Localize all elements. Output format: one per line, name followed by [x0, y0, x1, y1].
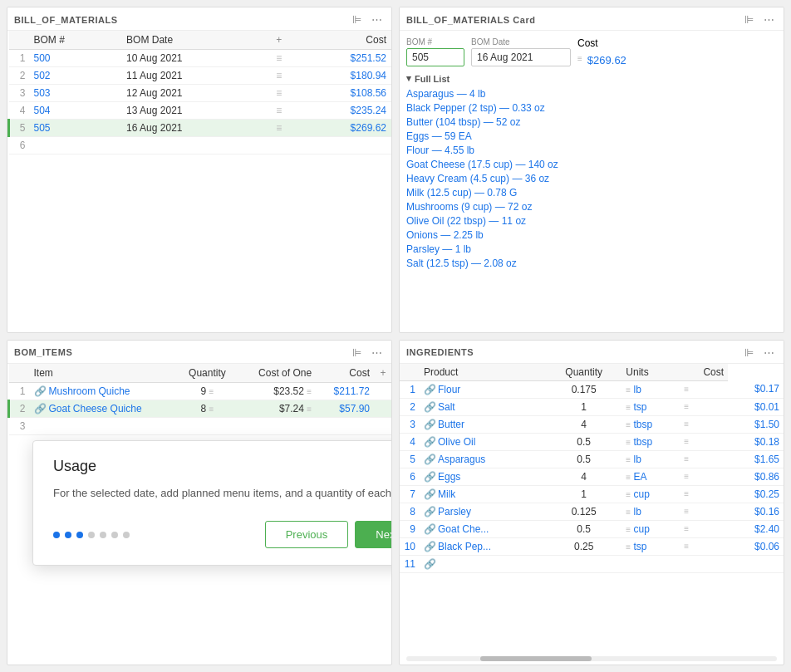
table-row[interactable]: 10 🔗Black Pep... 0.25 ≡ tsp ≡ $0.06: [400, 537, 784, 555]
table-row[interactable]: 6: [9, 137, 392, 155]
list-item[interactable]: Flour — 4.55 lb: [406, 144, 777, 157]
bom-row-menu[interactable]: ≡: [271, 102, 287, 120]
bom-num-cell[interactable]: [29, 137, 122, 155]
bi-col-plus[interactable]: +: [375, 364, 391, 383]
bom-table-container: BOM # BOM Date + Cost 1 500 10 Aug 2021 …: [7, 31, 391, 332]
list-item[interactable]: Mushrooms (9 cup) — 72 oz: [406, 200, 777, 213]
list-item[interactable]: Salt (12.5 tsp) — 2.08 oz: [406, 257, 777, 270]
bom-num-cell[interactable]: 505: [29, 120, 122, 137]
modal-dot-2[interactable]: [65, 532, 71, 538]
bom-num-cell[interactable]: 504: [29, 102, 122, 120]
table-row[interactable]: 5 🔗Asparagus 0.5 ≡ lb ≡ $1.65: [400, 450, 784, 468]
full-list-expand-icon[interactable]: ▾: [406, 73, 411, 84]
bom-num-cell[interactable]: 500: [29, 50, 122, 67]
bom-header-actions: ⊫ ⋯: [350, 12, 385, 27]
table-row[interactable]: 1 🔗Mushroom Quiche 9 ≡ $23.52 ≡ $211.72: [9, 382, 392, 400]
ing-menu[interactable]: ≡: [680, 537, 728, 555]
ingredients-scrollbar[interactable]: [406, 656, 777, 661]
bom-row-menu[interactable]: ≡: [271, 50, 287, 67]
ing-menu[interactable]: ≡: [680, 468, 728, 485]
units-cell: ≡ EA: [622, 468, 680, 485]
ing-menu[interactable]: ≡: [680, 503, 728, 520]
table-row[interactable]: 2 502 11 Aug 2021 ≡ $180.94: [9, 67, 392, 85]
ingredients-panel: INGREDIENTS ⊫ ⋯ Product Quantity Units C…: [399, 340, 784, 666]
ing-menu[interactable]: ≡: [680, 415, 728, 433]
bom-num-cell[interactable]: 502: [29, 67, 122, 85]
bi-row-menu[interactable]: [375, 400, 391, 417]
list-item[interactable]: Olive Oil (22 tbsp) — 11 oz: [406, 214, 777, 228]
ing-menu[interactable]: ≡: [680, 520, 728, 537]
list-item[interactable]: Onions — 2.25 lb: [406, 228, 777, 242]
table-row[interactable]: 6 🔗Eggs 4 ≡ EA ≡ $0.86: [400, 468, 784, 485]
bom-cost-label: Cost: [577, 37, 626, 49]
modal-dot-4[interactable]: [88, 532, 95, 538]
units-cell: ≡ lb: [622, 380, 680, 398]
cost-cell: $0.18: [728, 433, 784, 450]
bom-col-plus[interactable]: +: [271, 31, 287, 50]
bom-num-input[interactable]: [406, 48, 464, 66]
table-row[interactable]: 7 🔗Milk 1 ≡ cup ≡ $0.25: [400, 485, 784, 503]
modal-dot-5[interactable]: [100, 532, 106, 538]
next-button[interactable]: Next: [355, 521, 392, 548]
bom-items-filter-btn[interactable]: ⊫: [350, 346, 364, 360]
ing-menu[interactable]: ≡: [680, 380, 728, 398]
bi-row-menu[interactable]: [375, 417, 391, 434]
table-row[interactable]: 9 🔗Goat Che... 0.5 ≡ cup ≡ $2.40: [400, 520, 784, 537]
units-cell: [622, 555, 680, 572]
modal-dot-3[interactable]: [76, 532, 83, 538]
modal-dot-1[interactable]: [53, 532, 60, 538]
list-item[interactable]: Parsley — 1 lb: [406, 243, 777, 256]
table-row[interactable]: 3 503 12 Aug 2021 ≡ $108.56: [9, 85, 392, 102]
ing-menu[interactable]: [680, 555, 728, 572]
qty-cell: 4: [546, 415, 622, 433]
row-num: 11: [400, 555, 420, 572]
table-row[interactable]: 8 🔗Parsley 0.125 ≡ lb ≡ $0.16: [400, 503, 784, 520]
ing-menu[interactable]: ≡: [680, 450, 728, 468]
table-row[interactable]: 1 500 10 Aug 2021 ≡ $251.52: [9, 50, 392, 67]
bom-num-field: BOM #: [406, 37, 464, 66]
list-item[interactable]: Asparagus — 4 lb: [406, 87, 777, 101]
ingredients-filter-btn[interactable]: ⊫: [742, 346, 756, 360]
table-row[interactable]: 11 🔗: [400, 555, 784, 572]
previous-button[interactable]: Previous: [265, 521, 349, 548]
table-row[interactable]: 3: [9, 417, 392, 434]
bom-row-menu[interactable]: ≡: [271, 85, 287, 102]
table-row[interactable]: 1 🔗Flour 0.175 ≡ lb ≡ $0.17: [400, 380, 784, 398]
list-item[interactable]: Butter (104 tbsp) — 52 oz: [406, 115, 777, 129]
list-item[interactable]: Black Pepper (2 tsp) — 0.33 oz: [406, 101, 777, 115]
table-row[interactable]: 3 🔗Butter 4 ≡ tbsp ≡ $1.50: [400, 415, 784, 433]
ing-menu[interactable]: ≡: [680, 398, 728, 415]
bom-items-more-btn[interactable]: ⋯: [369, 346, 385, 360]
bom-row-menu[interactable]: [271, 137, 287, 155]
bom-card-header-actions: ⊫ ⋯: [742, 12, 777, 27]
bom-card-more-btn[interactable]: ⋯: [761, 12, 777, 27]
list-item[interactable]: Milk (12.5 cup) — 0.78 G: [406, 186, 777, 199]
modal-dot-6[interactable]: [111, 532, 118, 538]
cost-cell: $0.86: [728, 468, 784, 485]
ing-menu[interactable]: ≡: [680, 485, 728, 503]
ing-menu[interactable]: ≡: [680, 433, 728, 450]
bom-more-btn[interactable]: ⋯: [369, 12, 385, 27]
list-item[interactable]: Goat Cheese (17.5 cup) — 140 oz: [406, 158, 777, 171]
ingredients-more-btn[interactable]: ⋯: [761, 346, 777, 360]
bom-cost-cell: $235.24: [287, 102, 391, 120]
list-item[interactable]: Eggs — 59 EA: [406, 130, 777, 143]
table-row[interactable]: 4 504 13 Aug 2021 ≡ $235.24: [9, 102, 392, 120]
bom-num-cell[interactable]: 503: [29, 85, 122, 102]
cost-cell: $0.06: [728, 537, 784, 555]
table-row[interactable]: 5 505 16 Aug 2021 ≡ $269.62: [9, 120, 392, 137]
product-cell: 🔗Black Pep...: [420, 537, 546, 555]
bom-filter-btn[interactable]: ⊫: [350, 12, 364, 27]
modal-dot-7[interactable]: [123, 532, 130, 538]
table-row[interactable]: 2 🔗Salt 1 ≡ tsp ≡ $0.01: [400, 398, 784, 415]
table-row[interactable]: 2 🔗Goat Cheese Quiche 8 ≡ $7.24 ≡ $57.90: [9, 400, 392, 417]
ingredients-table-container: Product Quantity Units Cost 1 🔗Flour 0.1…: [400, 364, 784, 657]
bom-card-filter-btn[interactable]: ⊫: [742, 12, 756, 27]
bom-date-input[interactable]: [471, 48, 571, 66]
bom-row-menu[interactable]: ≡: [271, 67, 287, 85]
bom-card-fields: BOM # BOM Date Cost ≡ $269.62: [406, 37, 777, 66]
bom-row-menu[interactable]: ≡: [271, 120, 287, 137]
list-item[interactable]: Heavy Cream (4.5 cup) — 36 oz: [406, 172, 777, 185]
table-row[interactable]: 4 🔗Olive Oil 0.5 ≡ tbsp ≡ $0.18: [400, 433, 784, 450]
bi-row-menu[interactable]: [375, 382, 391, 400]
